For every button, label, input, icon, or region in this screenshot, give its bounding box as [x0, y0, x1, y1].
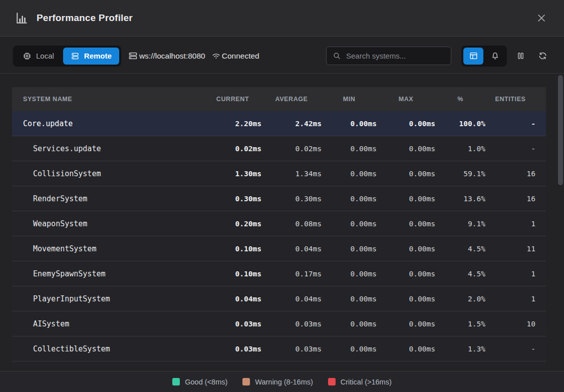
- local-button-label: Local: [36, 52, 54, 60]
- percent-cell: 4.5%: [435, 245, 485, 253]
- min-cell: 0.00ms: [322, 345, 377, 353]
- scrollbar-thumb[interactable]: [558, 75, 563, 185]
- bell-icon: [490, 51, 500, 61]
- entities-cell: 10: [485, 320, 535, 328]
- refresh-button[interactable]: [534, 48, 551, 65]
- max-cell: 0.00ms: [377, 195, 435, 203]
- legend-item-good: Good (<8ms): [172, 378, 227, 386]
- table-row[interactable]: AISystem 0.03ms 0.03ms 0.00ms 0.00ms 1.5…: [12, 311, 546, 336]
- table-row[interactable]: RenderSystem 0.30ms 0.30ms 0.00ms 0.00ms…: [12, 186, 546, 211]
- table-view-icon: [469, 51, 478, 61]
- entities-cell: 16: [485, 170, 535, 178]
- toolbar: Local Remote: [0, 37, 564, 74]
- pause-button[interactable]: [512, 48, 529, 65]
- average-cell: 0.08ms: [261, 220, 322, 228]
- table-row[interactable]: CollisionSystem 1.30ms 1.34ms 0.00ms 0.0…: [12, 161, 546, 186]
- percent-cell: 1.5%: [435, 320, 485, 328]
- average-cell: 0.03ms: [261, 345, 322, 353]
- average-cell: 0.04ms: [261, 295, 322, 303]
- server-icon: [128, 51, 138, 61]
- column-header-entities: ENTITIES: [485, 96, 535, 103]
- search-box: [326, 47, 451, 65]
- table-row[interactable]: WeaponSystem 0.20ms 0.08ms 0.00ms 0.00ms…: [12, 211, 546, 236]
- entities-cell: -: [485, 345, 535, 353]
- table-row[interactable]: Core.update 2.20ms 2.42ms 0.00ms 0.00ms …: [12, 111, 546, 136]
- table-row[interactable]: PlayerInputSystem 0.04ms 0.04ms 0.00ms 0…: [12, 286, 546, 311]
- column-header-percent: %: [435, 96, 485, 103]
- entities-cell: 1: [485, 295, 535, 303]
- system-name-cell: Services.update: [12, 144, 204, 153]
- max-cell: 0.00ms: [377, 295, 435, 303]
- entities-cell: 11: [485, 245, 535, 253]
- column-header-current: CURRENT: [204, 96, 261, 103]
- min-cell: 0.00ms: [322, 220, 377, 228]
- current-cell: 0.02ms: [204, 145, 261, 153]
- current-cell: 0.04ms: [204, 295, 261, 303]
- min-cell: 0.00ms: [322, 195, 377, 203]
- system-name-cell: Core.update: [12, 119, 204, 128]
- percent-cell: 1.3%: [435, 345, 485, 353]
- entities-cell: 1: [485, 220, 535, 228]
- local-button[interactable]: Local: [15, 48, 62, 65]
- connection-status: Connected: [211, 51, 259, 61]
- entities-cell: 16: [485, 195, 535, 203]
- legend-item-critical: Critical (>16ms): [328, 378, 392, 386]
- percent-cell: 1.0%: [435, 145, 485, 153]
- percent-cell: 2.0%: [435, 295, 485, 303]
- system-name-cell: WeaponSystem: [12, 219, 204, 228]
- legend-label-warning: Warning (8-16ms): [255, 378, 313, 386]
- view-toggle-group: [461, 46, 507, 67]
- system-name-cell: CollisionSystem: [12, 169, 204, 178]
- table-row[interactable]: Services.update 0.02ms 0.02ms 0.00ms 0.0…: [12, 136, 546, 161]
- legend-label-critical: Critical (>16ms): [341, 378, 392, 386]
- max-cell: 0.00ms: [377, 270, 435, 278]
- critical-swatch-icon: [328, 378, 336, 385]
- table-header-row: SYSTEM NAME CURRENT AVERAGE MIN MAX % EN…: [12, 87, 546, 111]
- table-row[interactable]: MovementSystem 0.10ms 0.04ms 0.00ms 0.00…: [12, 236, 546, 261]
- table-body: Core.update 2.20ms 2.42ms 0.00ms 0.00ms …: [12, 111, 546, 361]
- clipped-row: [12, 361, 546, 367]
- percent-cell: 13.6%: [435, 195, 485, 203]
- remote-button[interactable]: Remote: [63, 48, 119, 65]
- table-row[interactable]: EnemySpawnSystem 0.10ms 0.17ms 0.00ms 0.…: [12, 261, 546, 286]
- percent-cell: 100.0%: [435, 120, 485, 128]
- system-name-cell: MovementSystem: [12, 244, 204, 253]
- title-bar: Performance Profiler: [0, 0, 564, 37]
- percent-cell: 9.1%: [435, 220, 485, 228]
- performance-profiler-window: Performance Profiler Local: [0, 0, 564, 392]
- table-view-button[interactable]: [463, 48, 483, 65]
- max-cell: 0.00ms: [377, 120, 435, 128]
- min-cell: 0.00ms: [322, 270, 377, 278]
- column-header-min: MIN: [322, 96, 377, 103]
- source-toggle-group: Local Remote: [13, 46, 121, 67]
- system-name-cell: CollectibleSystem: [12, 344, 204, 353]
- search-input[interactable]: [346, 52, 445, 60]
- current-cell: 0.30ms: [204, 195, 261, 203]
- entities-cell: 1: [485, 270, 535, 278]
- max-cell: 0.00ms: [377, 245, 435, 253]
- min-cell: 0.00ms: [322, 245, 377, 253]
- close-button[interactable]: [534, 11, 549, 26]
- system-name-cell: EnemySpawnSystem: [12, 269, 204, 278]
- system-name-cell: AISystem: [12, 319, 204, 328]
- average-cell: 2.42ms: [261, 120, 322, 128]
- max-cell: 0.00ms: [377, 145, 435, 153]
- min-cell: 0.00ms: [322, 295, 377, 303]
- close-icon: [536, 13, 546, 23]
- search-icon: [333, 52, 341, 60]
- endpoint: ws://localhost:8080: [128, 51, 205, 61]
- page-title: Performance Profiler: [37, 13, 133, 24]
- legend-footer: Good (<8ms) Warning (8-16ms) Critical (>…: [0, 371, 564, 392]
- table-row[interactable]: CollectibleSystem 0.03ms 0.03ms 0.00ms 0…: [12, 336, 546, 361]
- max-cell: 0.00ms: [377, 345, 435, 353]
- refresh-icon: [538, 51, 547, 61]
- systems-table: SYSTEM NAME CURRENT AVERAGE MIN MAX % EN…: [12, 87, 546, 367]
- wifi-icon: [211, 51, 221, 61]
- good-swatch-icon: [172, 378, 180, 385]
- profiler-content: SYSTEM NAME CURRENT AVERAGE MIN MAX % EN…: [0, 74, 564, 371]
- alerts-button[interactable]: [485, 48, 505, 65]
- connection-status-label: Connected: [222, 52, 259, 61]
- legend-item-warning: Warning (8-16ms): [242, 378, 313, 386]
- average-cell: 0.17ms: [261, 270, 322, 278]
- average-cell: 1.34ms: [261, 170, 322, 178]
